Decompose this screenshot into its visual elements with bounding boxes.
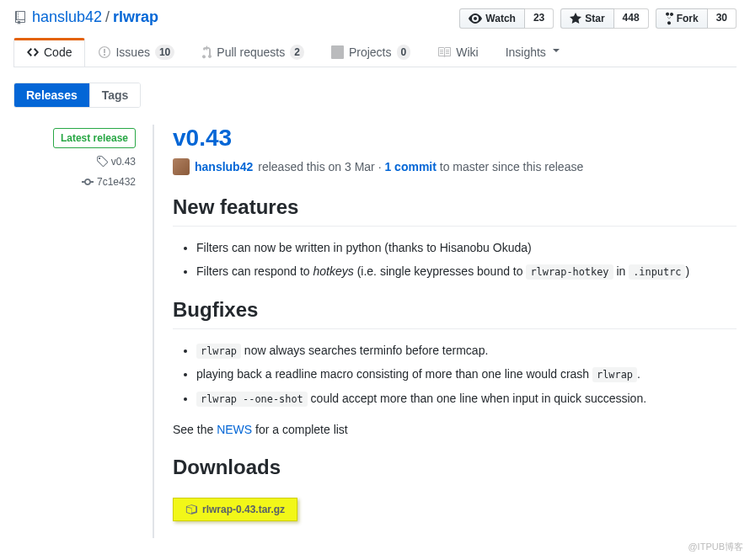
- tag-icon: [96, 155, 108, 168]
- tab-insights[interactable]: Insights: [492, 38, 573, 67]
- bugfix-item: rlwrap --one-shot could accept more than…: [196, 389, 737, 408]
- repo-nav: Code Issues10 Pull requests2 Projects0 W…: [13, 38, 737, 67]
- author-link[interactable]: hanslub42: [195, 160, 253, 173]
- feature-item: Filters can respond to hotkeys (i.e. sin…: [196, 262, 737, 280]
- tab-code[interactable]: Code: [13, 38, 85, 67]
- pull-icon: [201, 45, 212, 59]
- repo-title: hanslub42 / rlwrap: [13, 8, 459, 26]
- code-icon: [27, 45, 39, 59]
- download-asset[interactable]: rlwrap-0.43.tar.gz: [173, 498, 297, 521]
- book-icon: [437, 45, 451, 59]
- project-icon: [331, 45, 344, 59]
- heading-downloads: Downloads: [173, 456, 737, 486]
- feature-item: Filters can now be written in python (th…: [196, 238, 737, 257]
- tab-issues[interactable]: Issues10: [85, 38, 188, 67]
- fork-icon: [665, 12, 673, 25]
- subnav-tags[interactable]: Tags: [89, 83, 141, 107]
- bugfix-item: rlwrap now always searches terminfo befo…: [196, 341, 737, 360]
- issue-icon: [99, 45, 110, 59]
- star-icon: [570, 12, 581, 25]
- tab-pulls[interactable]: Pull requests2: [188, 38, 318, 67]
- commit-link[interactable]: 7c1e432: [13, 175, 136, 189]
- heading-new-features: New features: [173, 195, 737, 227]
- tab-projects[interactable]: Projects0: [318, 38, 424, 67]
- repo-link[interactable]: rlwrap: [113, 8, 158, 25]
- owner-link[interactable]: hanslub42: [32, 8, 102, 26]
- commits-link[interactable]: 1 commit: [384, 160, 436, 173]
- commit-icon: [82, 175, 94, 189]
- watch-count[interactable]: 23: [525, 8, 554, 29]
- watch-button[interactable]: Watch 23: [459, 8, 554, 29]
- tag-link[interactable]: v0.43: [13, 155, 136, 168]
- heading-bugfixes: Bugfixes: [173, 298, 737, 329]
- star-count[interactable]: 448: [614, 8, 649, 29]
- release-author-line: hanslub42 released this on 3 Mar · 1 com…: [173, 158, 737, 175]
- eye-icon: [469, 12, 482, 25]
- avatar[interactable]: [173, 158, 190, 175]
- fork-count[interactable]: 30: [708, 8, 737, 29]
- caret-icon: [553, 49, 560, 56]
- repo-icon: [13, 11, 27, 24]
- tab-wiki[interactable]: Wiki: [424, 38, 491, 67]
- latest-release-badge: Latest release: [53, 128, 136, 148]
- see-news: See the NEWS for a complete list: [173, 421, 737, 439]
- release-title[interactable]: v0.43: [173, 125, 232, 151]
- fork-button[interactable]: Fork 30: [656, 8, 737, 29]
- subnav-releases[interactable]: Releases: [14, 83, 89, 107]
- star-button[interactable]: Star 448: [560, 8, 648, 29]
- news-link[interactable]: NEWS: [217, 423, 252, 436]
- bugfix-item: playing back a readline macro consisting…: [196, 365, 737, 383]
- release-meta: Latest release v0.43 7c1e432: [13, 125, 153, 538]
- package-icon: [185, 504, 197, 515]
